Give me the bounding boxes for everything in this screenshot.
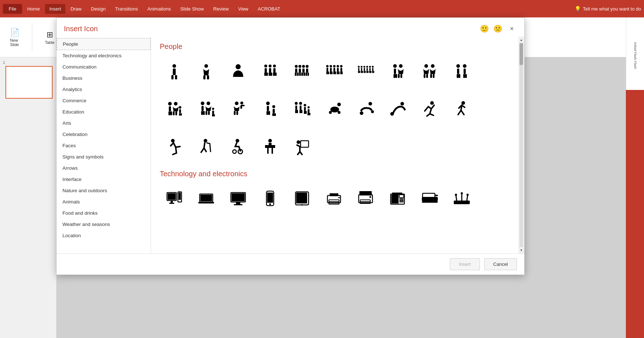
sidebar-item-interface[interactable]: Interface xyxy=(57,174,151,185)
menu-view[interactable]: View xyxy=(234,4,253,14)
ribbon-divider-1 xyxy=(32,23,32,52)
sidebar-item-nature[interactable]: Nature and outdoors xyxy=(57,185,151,196)
svg-rect-147 xyxy=(304,111,305,114)
icon-group-7[interactable] xyxy=(351,57,380,86)
icons-scrollbar[interactable]: ▲ ▼ xyxy=(518,37,524,254)
svg-rect-144 xyxy=(301,110,302,113)
sad-face-icon[interactable]: 🙁 xyxy=(493,24,502,33)
svg-rect-136 xyxy=(274,113,276,116)
icon-baby-floor[interactable] xyxy=(351,94,380,123)
svg-rect-69 xyxy=(367,68,368,71)
icon-router[interactable] xyxy=(447,184,476,213)
icon-two-men[interactable] xyxy=(447,57,476,86)
menu-draw[interactable]: Draw xyxy=(66,4,86,14)
sidebar-item-celebration[interactable]: Celebration xyxy=(57,129,151,140)
icon-scanner[interactable] xyxy=(415,184,444,213)
close-button[interactable]: × xyxy=(507,24,517,34)
icon-wheelchair[interactable] xyxy=(224,132,253,161)
menu-review[interactable]: Review xyxy=(209,4,233,14)
sidebar-item-signs[interactable]: Signs and symbols xyxy=(57,151,151,162)
sidebar-item-arrows[interactable]: Arrows xyxy=(57,162,151,174)
svg-rect-193 xyxy=(296,193,307,203)
sidebar-item-food[interactable]: Food and drinks xyxy=(57,207,151,219)
svg-rect-150 xyxy=(308,109,310,113)
sidebar-item-tech[interactable]: Technology and electronics xyxy=(57,50,151,61)
menu-slideshow[interactable]: Slide Show xyxy=(176,4,208,14)
icon-man[interactable] xyxy=(160,57,189,86)
svg-rect-51 xyxy=(338,71,340,74)
svg-point-87 xyxy=(424,64,428,68)
menu-design[interactable]: Design xyxy=(87,4,110,14)
menu-animations[interactable]: Animations xyxy=(143,4,175,14)
svg-point-105 xyxy=(174,102,178,106)
svg-rect-81 xyxy=(394,69,396,74)
sidebar-item-faces[interactable]: Faces xyxy=(57,140,151,151)
icon-elderly-cane[interactable] xyxy=(192,132,221,161)
menu-file[interactable]: File xyxy=(3,4,22,14)
svg-point-20 xyxy=(295,65,298,68)
sidebar-item-weather[interactable]: Weather and seasons xyxy=(57,219,151,230)
svg-point-48 xyxy=(337,65,339,67)
icon-printer[interactable] xyxy=(319,184,349,213)
svg-point-158 xyxy=(360,111,363,115)
icon-phone[interactable] xyxy=(256,184,285,213)
sidebar-item-commerce[interactable]: Commerce xyxy=(57,95,151,106)
icon-group-5[interactable] xyxy=(288,57,317,86)
icon-group-6[interactable] xyxy=(319,57,349,86)
menu-home[interactable]: Home xyxy=(23,4,44,14)
icon-4-people[interactable] xyxy=(256,57,285,86)
sidebar-item-location[interactable]: Location xyxy=(57,230,151,241)
icon-couple[interactable] xyxy=(383,57,412,86)
sidebar-item-arts[interactable]: Arts xyxy=(57,118,151,129)
icon-family-3[interactable] xyxy=(160,94,189,123)
ribbon-table[interactable]: ⊞ Table xyxy=(41,28,58,47)
icon-person-walking2[interactable] xyxy=(447,94,476,123)
svg-rect-41 xyxy=(330,68,332,71)
svg-rect-184 xyxy=(198,202,214,203)
icon-woman[interactable] xyxy=(192,57,221,86)
icon-person-crouching[interactable] xyxy=(383,94,412,123)
sidebar-item-business[interactable]: Business xyxy=(57,73,151,84)
icon-fax-machine[interactable] xyxy=(383,184,412,213)
cancel-button[interactable]: Cancel xyxy=(484,258,517,270)
ribbon-new-slide[interactable]: 📄 NewSlide xyxy=(6,26,23,49)
sidebar-item-analytics[interactable]: Analytics xyxy=(57,84,151,95)
happy-face-icon[interactable]: 🙂 xyxy=(480,24,489,33)
icon-running-person[interactable] xyxy=(160,132,189,161)
sidebar-item-people[interactable]: People xyxy=(57,38,151,50)
right-panel: Imbed Flash Flash xyxy=(626,17,644,90)
icon-family-child[interactable] xyxy=(192,94,221,123)
icon-tablet[interactable] xyxy=(288,184,317,213)
icon-laptop-flat[interactable] xyxy=(192,184,221,213)
svg-point-64 xyxy=(363,66,365,67)
icon-two-women[interactable] xyxy=(415,57,444,86)
svg-rect-46 xyxy=(333,71,335,74)
menu-insert[interactable]: Insert xyxy=(45,4,66,14)
svg-rect-22 xyxy=(295,73,296,76)
svg-point-156 xyxy=(338,111,341,114)
scroll-up-arrow[interactable]: ▲ xyxy=(520,37,523,43)
insert-button[interactable]: Insert xyxy=(450,258,480,270)
icon-desktop-pc[interactable] xyxy=(160,184,189,213)
insert-icon-modal: Insert Icon 🙂 🙁 × People Technology and … xyxy=(56,17,525,275)
icon-person-bust[interactable] xyxy=(224,57,253,86)
icon-multifunction-printer[interactable] xyxy=(351,184,380,213)
menu-acrobat[interactable]: ACROBAT xyxy=(253,4,285,14)
new-slide-icon: 📄 xyxy=(10,28,20,37)
slide-thumbnail[interactable] xyxy=(5,66,53,99)
sidebar-item-animals[interactable]: Animals xyxy=(57,196,151,207)
icon-presentation[interactable] xyxy=(288,132,317,161)
scroll-thumb[interactable] xyxy=(519,43,523,65)
icon-baby-crawling[interactable] xyxy=(319,94,349,123)
scroll-track[interactable] xyxy=(519,43,523,247)
icon-adult-child[interactable] xyxy=(256,94,285,123)
sidebar-item-communication[interactable]: Communication xyxy=(57,61,151,73)
icon-podium[interactable] xyxy=(256,132,285,161)
icon-holding-child[interactable] xyxy=(224,94,253,123)
sidebar-item-education[interactable]: Education xyxy=(57,106,151,118)
icon-monitor[interactable] xyxy=(224,184,253,213)
menu-transitions[interactable]: Transitions xyxy=(111,4,142,14)
icon-family-line[interactable] xyxy=(288,94,317,123)
icon-person-running[interactable] xyxy=(415,94,444,123)
scroll-down-arrow[interactable]: ▼ xyxy=(520,247,523,254)
